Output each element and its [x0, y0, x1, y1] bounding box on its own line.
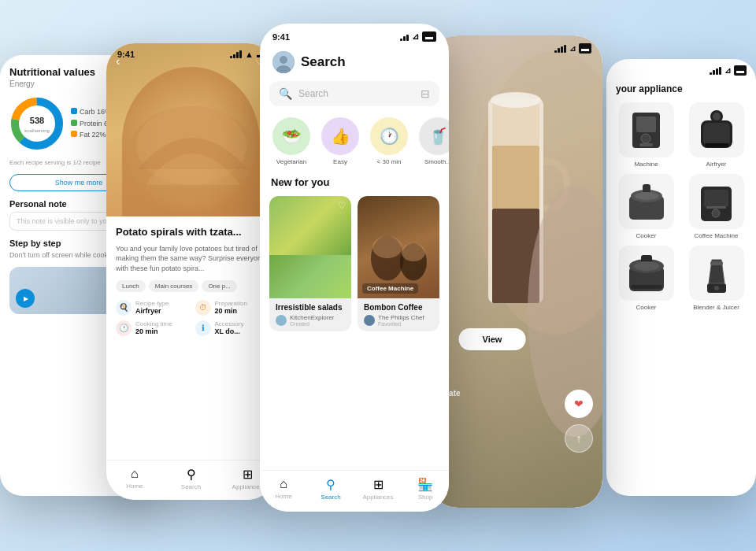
meta-prep-time: ⏱ Preparation 20 min — [195, 300, 267, 316]
search-nav-home[interactable]: ⌂ Home — [260, 477, 307, 501]
svg-rect-36 — [704, 190, 728, 207]
coffee-author-info: The Philips Chef Favorited — [378, 314, 424, 327]
salad-image-2 — [269, 255, 351, 298]
search-header: Search — [260, 46, 449, 81]
chip-30min[interactable]: 🕐 < 30 min — [369, 117, 410, 165]
share-button[interactable]: ↑ — [565, 424, 593, 453]
machine-icon-box — [619, 102, 674, 157]
svg-rect-23 — [636, 116, 656, 132]
smooth-icon: 🥤 — [419, 117, 449, 155]
airfryer-name: Airfryer — [706, 161, 727, 168]
filter-icon[interactable]: ⊟ — [421, 87, 430, 100]
coffee-action-buttons: ❤ ↑ — [565, 390, 593, 453]
search-nav-shop[interactable]: 🏪 Shop — [402, 477, 449, 501]
chip-vegetarian[interactable]: 🥗 Vegetarian — [271, 117, 312, 165]
search-magnifier-icon: 🔍 — [279, 87, 292, 100]
coffee-badge: Coffee Machine — [362, 283, 418, 294]
chip-30min-label: < 30 min — [377, 158, 402, 165]
appliance-cooker1[interactable]: Cooker — [614, 174, 678, 239]
machine-svg — [628, 109, 664, 152]
coffee-author-avatar — [364, 315, 375, 326]
chip-smooth[interactable]: 🥤 Smooth... — [417, 117, 449, 165]
svg-point-42 — [634, 261, 659, 271]
chip-easy[interactable]: 👍 Easy — [320, 117, 361, 165]
tag-one[interactable]: One p... — [202, 280, 236, 292]
appliance-cooker2[interactable]: Cooker — [614, 246, 678, 311]
appliances-title: your appliance — [606, 79, 756, 102]
coffee-machine-icon-box — [689, 174, 744, 229]
category-chips: 🥗 Vegetarian 👍 Easy 🕐 < 30 min 🥤 Smooth.… — [260, 117, 449, 176]
search-nav-appliances[interactable]: ⊞ Appliances — [354, 477, 402, 501]
cooker2-name: Cooker — [636, 304, 657, 311]
svg-point-29 — [713, 113, 721, 120]
appliance-blender[interactable]: Blender & Juicer — [684, 246, 748, 311]
search-page-title: Search — [301, 54, 346, 70]
meta-prep-text: Preparation 20 min — [215, 300, 247, 315]
meta-cook-text: Cooking time 20 min — [135, 320, 172, 335]
svg-rect-43 — [631, 285, 662, 289]
prep-icon: ⏱ — [195, 300, 211, 316]
salad-author-info: KitchenExplorer Created — [290, 314, 334, 327]
search-nav-search[interactable]: ⚲ Search — [307, 477, 354, 501]
recipe-content: Potato spirals with tzata... You and you… — [106, 216, 276, 346]
svg-point-9 — [280, 56, 287, 64]
play-button[interactable] — [16, 289, 35, 308]
appliances-battery-icon: ▬ — [734, 65, 747, 76]
svg-point-47 — [714, 286, 719, 290]
svg-point-20 — [491, 92, 541, 108]
view-button[interactable]: View — [459, 328, 526, 350]
svg-rect-25 — [639, 143, 653, 146]
vegetarian-icon: 🥗 — [272, 117, 310, 155]
appliance-coffee-machine[interactable]: Coffee Machine — [684, 174, 748, 239]
easy-icon: 👍 — [321, 117, 359, 155]
search-status-bar: 9:41 ⊿ ▬ — [260, 24, 449, 46]
coffee-author: The Philips Chef Favorited — [364, 314, 433, 327]
phone-search: 9:41 ⊿ ▬ Search 🔍 Search ⊟ 🥗 Vegetarian — [260, 24, 449, 512]
chip-smooth-label: Smooth... — [424, 158, 449, 165]
recipe-time: 9:41 — [117, 50, 135, 59]
cooker2-svg — [627, 252, 666, 295]
search-appliances-icon: ⊞ — [373, 477, 384, 492]
salad-heart-icon[interactable]: ♡ — [338, 200, 346, 211]
salad-card[interactable]: ♡ Irresistible salads KitchenExplorer Cr… — [269, 196, 351, 331]
potato-svg — [106, 43, 276, 216]
recipe-hero-image: ‹ ♡ — [106, 43, 276, 216]
airfryer-icon-box — [689, 102, 744, 157]
salad-card-info: Irresistible salads KitchenExplorer Crea… — [269, 298, 351, 331]
salad-author-name: KitchenExplorer — [290, 314, 334, 321]
recipe-description: You and your family love potatoes but ti… — [116, 244, 266, 274]
nav-search[interactable]: ⚲ Search — [163, 467, 220, 490]
svg-point-14 — [402, 243, 425, 261]
airfryer-svg — [697, 109, 736, 152]
svg-text:538: 538 — [30, 116, 44, 125]
tag-lunch[interactable]: Lunch — [116, 280, 146, 292]
coffee-status-bar: ⊿ ▬ — [429, 35, 602, 57]
machine-name: Machine — [634, 161, 658, 168]
search-search-icon: ⚲ — [326, 477, 335, 492]
blender-name: Blender & Juicer — [693, 304, 739, 311]
coffee-card[interactable]: Coffee Machine Bombon Coffee The Philips… — [358, 196, 439, 331]
phone-coffee: ⊿ ▬ y late View ❤ ↑ — [429, 35, 602, 508]
tag-maincourse[interactable]: Main courses — [149, 280, 199, 292]
recipe-bottom-nav: ⌂ Home ⚲ Search ⊞ Appliances — [106, 460, 276, 500]
nav-home[interactable]: ⌂ Home — [106, 467, 163, 490]
search-appliances-label: Appliances — [362, 494, 393, 501]
svg-point-12 — [372, 236, 402, 258]
user-avatar[interactable] — [272, 51, 295, 73]
salad-author-action: Created — [290, 321, 334, 327]
svg-rect-27 — [703, 123, 730, 146]
search-bar[interactable]: 🔍 Search ⊟ — [269, 81, 439, 106]
heart-button[interactable]: ❤ — [565, 390, 593, 418]
appliance-machine[interactable]: Machine — [614, 102, 678, 168]
coffee-author-name: The Philips Chef — [378, 314, 424, 321]
recipe-type-icon: 🍳 — [116, 300, 132, 316]
search-nav-icon: ⚲ — [187, 467, 196, 482]
wifi-icon: ▲ — [245, 50, 254, 59]
appliances-status-bar: ⊿ ▬ — [606, 59, 756, 79]
nav-appliances-label: Appliances — [232, 483, 263, 490]
meta-recipe-type-text: Recipe type Airfryer — [135, 300, 169, 315]
search-home-label: Home — [275, 493, 291, 500]
appliance-airfryer[interactable]: Airfryer — [684, 102, 748, 168]
nav-search-label: Search — [181, 483, 201, 490]
chip-vegetarian-label: Vegetarian — [276, 158, 306, 165]
